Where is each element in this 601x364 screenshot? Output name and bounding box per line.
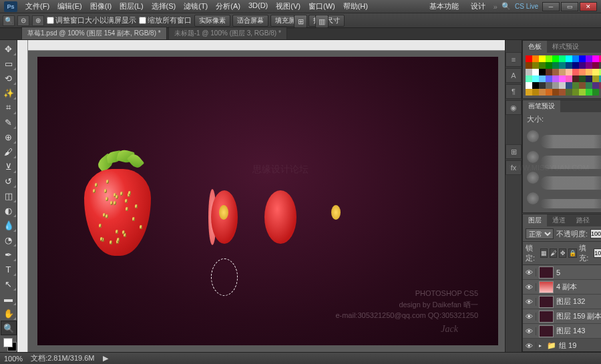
swatch[interactable]	[526, 89, 532, 96]
swatch[interactable]	[526, 82, 532, 89]
swatch[interactable]	[546, 89, 552, 96]
swatch[interactable]	[579, 82, 586, 89]
search-icon[interactable]: 🔍	[502, 2, 511, 11]
panel-icon[interactable]: ≡	[506, 52, 522, 67]
swatch[interactable]	[532, 75, 539, 82]
menu-item[interactable]: 3D(D)	[244, 1, 272, 11]
swatch[interactable]	[586, 62, 592, 69]
panel-icon[interactable]: ⊞	[506, 144, 522, 159]
swatch[interactable]	[552, 62, 559, 69]
swatch[interactable]	[559, 75, 566, 82]
layers-tab[interactable]: 图层	[523, 214, 547, 226]
zoom-level[interactable]: 100%	[4, 355, 23, 363]
lock-all-icon[interactable]: 🔒	[568, 248, 577, 258]
swatch[interactable]	[566, 55, 572, 62]
lasso-tool-icon[interactable]: ⟲	[1, 71, 17, 85]
swatch[interactable]	[566, 69, 572, 75]
swatch[interactable]	[539, 55, 546, 62]
panel-icon[interactable]: ¶	[506, 84, 522, 99]
menu-item[interactable]: 滤镜(T)	[180, 1, 212, 11]
option-button[interactable]: 实际像素	[194, 15, 230, 27]
shape-tool-icon[interactable]: ▬	[1, 291, 17, 306]
swatch[interactable]	[586, 89, 592, 96]
swatch[interactable]	[572, 89, 579, 96]
menu-item[interactable]: 窗口(W)	[305, 1, 339, 11]
menu-item[interactable]: 分析(A)	[212, 1, 244, 11]
move-tool-icon[interactable]: ✥	[1, 41, 17, 56]
menu-item[interactable]: 文件(F)	[21, 1, 53, 11]
fill-input[interactable]	[594, 248, 601, 258]
type-tool-icon[interactable]: T	[1, 262, 17, 277]
swatch[interactable]	[559, 82, 566, 89]
document-canvas[interactable]: PHOTOSHOP CS5 design by Daikefan 晒一 e-ma…	[37, 57, 498, 345]
swatch[interactable]	[552, 75, 559, 82]
menu-item[interactable]: 视图(V)	[272, 1, 305, 11]
eyedropper-tool-icon[interactable]: ✎	[1, 115, 17, 130]
layer-item[interactable]: 👁图层 143	[523, 324, 601, 339]
blur-tool-icon[interactable]: 💧	[1, 218, 17, 232]
swatch[interactable]	[526, 62, 532, 69]
eraser-tool-icon[interactable]: ◫	[1, 188, 17, 203]
swatch[interactable]	[592, 62, 599, 69]
zoom-all-check[interactable]: 缩放所有窗口	[139, 15, 192, 25]
gradient-tool-icon[interactable]: ◐	[1, 203, 17, 218]
pen-tool-icon[interactable]: ✒	[1, 247, 17, 262]
opacity-input[interactable]	[590, 229, 601, 238]
layer-item[interactable]: 👁图层 159 副本 45	[523, 309, 601, 324]
swatch[interactable]	[592, 89, 599, 96]
swatch[interactable]	[532, 82, 539, 89]
option-button[interactable]: 适合屏幕	[232, 15, 268, 27]
swatch[interactable]	[532, 89, 539, 96]
swatch[interactable]	[572, 75, 579, 82]
arrange-icon[interactable]: ⊞	[294, 15, 307, 28]
swatch[interactable]	[572, 82, 579, 89]
history-brush-icon[interactable]: ↺	[1, 174, 17, 188]
swatch[interactable]	[559, 55, 566, 62]
swatch[interactable]	[572, 69, 579, 75]
swatch[interactable]	[539, 82, 546, 89]
swatch[interactable]	[546, 75, 552, 82]
hand-tool-icon[interactable]: ✋	[1, 306, 17, 321]
layer-group[interactable]: 👁▸📁组 19	[523, 339, 601, 351]
layer-item[interactable]: 👁4 副本	[523, 280, 601, 295]
swatch[interactable]	[552, 82, 559, 89]
stamp-tool-icon[interactable]: ⊻	[1, 159, 17, 174]
swatch[interactable]	[552, 69, 559, 75]
swatch[interactable]	[559, 89, 566, 96]
swatch[interactable]	[546, 62, 552, 69]
brush-tab[interactable]: 画笔预设	[523, 100, 560, 112]
layer-list[interactable]: 👁5👁4 副本👁图层 132👁图层 159 副本 45👁图层 143👁▸📁组 1…	[523, 265, 601, 351]
swatch[interactable]	[586, 69, 592, 75]
swatch[interactable]	[526, 69, 532, 75]
zoom-in-icon[interactable]: ⊕	[32, 15, 44, 26]
lock-pixels-icon[interactable]: 🖌	[550, 248, 557, 258]
brush-tool-icon[interactable]: 🖌	[1, 144, 17, 159]
swatch[interactable]	[559, 62, 566, 69]
swatch[interactable]	[572, 62, 579, 69]
swatch[interactable]	[526, 75, 532, 82]
close-button[interactable]: ✕	[580, 2, 597, 11]
lock-position-icon[interactable]: ✥	[559, 248, 566, 258]
tool-preset-icon[interactable]: 🔍	[3, 15, 15, 26]
zoom-out-icon[interactable]: ⊖	[17, 15, 29, 26]
swatch[interactable]	[532, 69, 539, 75]
minimize-button[interactable]: ─	[542, 2, 560, 11]
swatch[interactable]	[539, 89, 546, 96]
zoom-tool-icon[interactable]: 🔍	[1, 321, 17, 335]
menu-item[interactable]: 图层(L)	[116, 1, 147, 11]
maximize-button[interactable]: ▭	[561, 2, 578, 11]
heal-tool-icon[interactable]: ⊕	[1, 130, 17, 144]
layer-item[interactable]: 👁图层 132	[523, 295, 601, 309]
swatch[interactable]	[532, 55, 539, 62]
menu-item[interactable]: 编辑(E)	[53, 1, 86, 11]
swatch[interactable]	[546, 69, 552, 75]
swatch[interactable]	[539, 69, 546, 75]
swatch[interactable]	[592, 75, 599, 82]
swatch[interactable]	[579, 75, 586, 82]
screen-mode-icon[interactable]: ▥	[315, 15, 329, 28]
swatch[interactable]	[592, 55, 599, 62]
marquee-tool-icon[interactable]: ▭	[1, 56, 17, 71]
channels-tab[interactable]: 通道	[547, 214, 571, 226]
swatch[interactable]	[579, 89, 586, 96]
swatch[interactable]	[539, 62, 546, 69]
